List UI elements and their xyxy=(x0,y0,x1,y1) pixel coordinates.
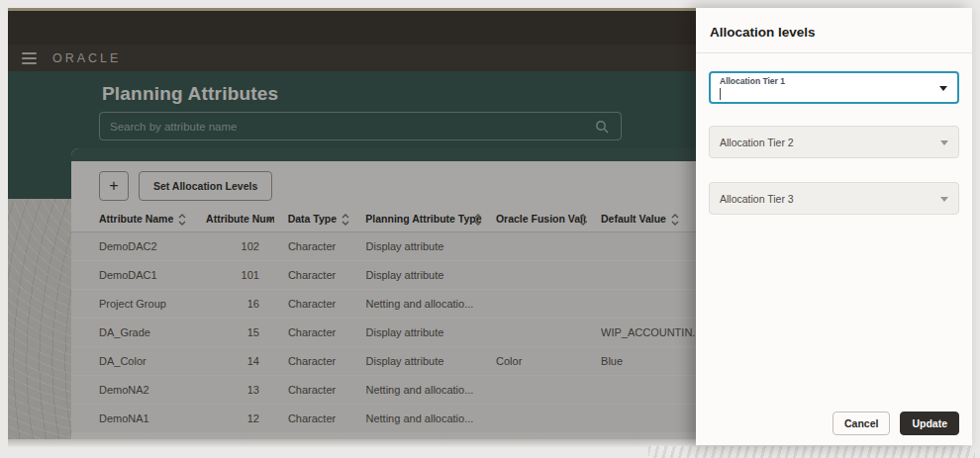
window-bottom-edge xyxy=(8,439,696,447)
drawer-divider xyxy=(696,52,972,53)
allocation-tier-1-dropdown[interactable]: Allocation Tier 1 xyxy=(709,71,959,104)
update-button[interactable]: Update xyxy=(900,412,959,435)
allocation-levels-drawer: Allocation levels Allocation Tier 1 Allo… xyxy=(696,8,972,445)
chevron-down-icon xyxy=(940,197,948,202)
background-pattern xyxy=(648,446,975,458)
cancel-button[interactable]: Cancel xyxy=(833,412,890,435)
drawer-title: Allocation levels xyxy=(696,8,972,52)
main-content-region: ORACLE Planning Attributes + Set Allocat… xyxy=(8,8,696,439)
text-cursor xyxy=(720,88,721,100)
chevron-down-icon xyxy=(940,140,948,145)
allocation-tier-3-dropdown: Allocation Tier 3 xyxy=(709,182,959,215)
field-label: Allocation Tier 2 xyxy=(720,137,794,148)
field-label: Allocation Tier 1 xyxy=(720,76,785,86)
allocation-tier-2-dropdown: Allocation Tier 2 xyxy=(709,126,959,158)
field-label: Allocation Tier 3 xyxy=(720,193,794,205)
overlay-scrim[interactable] xyxy=(8,8,696,439)
chevron-down-icon[interactable] xyxy=(939,86,947,91)
